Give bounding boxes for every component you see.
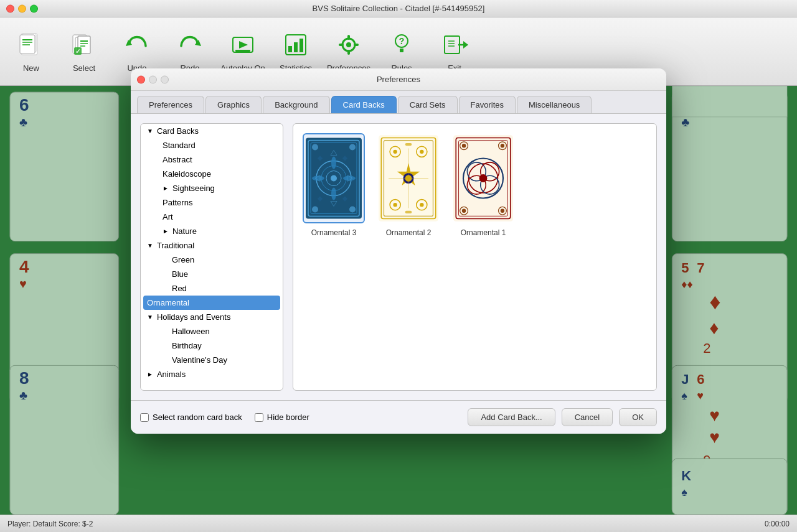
card-thumb-ornamental3[interactable]: [303, 133, 365, 223]
card-item-ornamental2[interactable]: Ornamental 2: [377, 133, 440, 237]
arrow-nature: ►: [163, 228, 169, 235]
tree-item-standard[interactable]: Standard: [141, 138, 283, 152]
tree-item-patterns[interactable]: Patterns: [141, 195, 283, 210]
svg-marker-35: [463, 41, 468, 49]
dialog-minimize-button[interactable]: [149, 75, 157, 83]
random-card-back-checkbox[interactable]: Select random card back: [140, 413, 242, 422]
title-bar: BVS Solitaire Collection - Citadel [#-54…: [0, 0, 797, 17]
tree-label-nature: Nature: [172, 226, 197, 236]
minimize-button[interactable]: [18, 4, 26, 12]
svg-point-120: [479, 174, 488, 182]
svg-rect-23: [299, 39, 303, 52]
rules-icon: ?: [387, 30, 417, 60]
tree-label-sightseeing: Sightseeing: [172, 184, 215, 193]
tree-item-red[interactable]: Red: [141, 281, 283, 296]
svg-text:✓: ✓: [75, 48, 80, 55]
svg-point-106: [420, 203, 423, 207]
add-card-back-button[interactable]: Add Card Back...: [468, 408, 555, 426]
tree-item-art[interactable]: Art: [141, 210, 283, 224]
tree-label-art: Art: [163, 212, 173, 222]
tree-label-standard: Standard: [163, 141, 196, 150]
select-icon: ✓: [69, 30, 99, 60]
tree-item-ornamental[interactable]: Ornamental: [143, 296, 280, 310]
card-label-ornamental3: Ornamental 3: [311, 228, 357, 237]
tree-item-traditional[interactable]: ▼ Traditional: [141, 238, 283, 253]
cancel-button[interactable]: Cancel: [562, 408, 613, 426]
tree-item-green[interactable]: Green: [141, 253, 283, 267]
dialog-title-bar: Preferences: [131, 68, 666, 91]
card-label-ornamental1: Ornamental 1: [461, 228, 506, 237]
svg-point-104: [420, 150, 423, 154]
svg-point-25: [346, 42, 351, 47]
window-title: BVS Solitaire Collection - Citadel [#-54…: [313, 4, 485, 13]
svg-point-76: [331, 175, 337, 182]
svg-point-82: [349, 144, 356, 151]
cards-panel: Ornamental 3: [293, 123, 657, 391]
tree-item-birthday[interactable]: Birthday: [141, 338, 283, 353]
random-card-back-input[interactable]: [140, 413, 149, 422]
tree-item-holidays[interactable]: ▼ Holidays and Events: [141, 310, 283, 324]
maximize-button[interactable]: [30, 4, 38, 12]
hide-border-input[interactable]: [255, 413, 263, 422]
tree-label-green: Green: [172, 255, 194, 264]
close-button[interactable]: [6, 4, 14, 12]
svg-rect-26: [347, 35, 350, 40]
tree-item-nature[interactable]: ► Nature: [141, 224, 283, 238]
svg-rect-109: [405, 143, 412, 146]
tree-item-kaleidoscope[interactable]: Kaleidoscope: [141, 167, 283, 181]
redo-icon: [175, 30, 205, 60]
tab-cardbacks[interactable]: Card Backs: [331, 96, 397, 113]
hide-border-checkbox[interactable]: Hide border: [255, 413, 309, 422]
tree-label-halloween: Halloween: [172, 327, 210, 336]
card-item-ornamental1[interactable]: Ornamental 1: [452, 133, 514, 237]
tree-label-ornamental: Ornamental: [147, 298, 189, 307]
svg-rect-32: [400, 49, 403, 52]
tree-item-halloween[interactable]: Halloween: [141, 324, 283, 338]
svg-point-128: [501, 209, 504, 213]
dialog-footer: Select random card back Hide border Add …: [131, 400, 666, 434]
card-item-ornamental3[interactable]: Ornamental 3: [303, 133, 365, 237]
svg-rect-19: [235, 50, 250, 52]
tree-label-valentines: Valentine's Day: [172, 355, 227, 365]
tree-item-animals[interactable]: ► Animals: [141, 367, 283, 381]
arrow-cardbacks: ▼: [147, 128, 153, 134]
tab-cardsets[interactable]: Card Sets: [398, 96, 458, 113]
hide-border-label: Hide border: [267, 413, 309, 422]
card-thumb-ornamental1[interactable]: [452, 133, 514, 223]
dialog-close-button[interactable]: [137, 75, 145, 83]
card-thumb-ornamental2[interactable]: [377, 133, 440, 223]
arrow-holidays: ▼: [147, 314, 153, 320]
tree-item-abstract[interactable]: Abstract: [141, 152, 283, 167]
dialog-maximize-button[interactable]: [161, 75, 169, 83]
card-label-ornamental2: Ornamental 2: [386, 228, 432, 237]
tab-background[interactable]: Background: [263, 96, 329, 113]
tab-graphics[interactable]: Graphics: [205, 96, 262, 113]
tree-panel[interactable]: ▼ Card Backs Standard Abstract Kaleidosc…: [140, 123, 283, 391]
dialog-tabs: Preferences Graphics Background Card Bac…: [131, 91, 666, 114]
tab-favorites[interactable]: Favorites: [459, 96, 516, 113]
tree-label-animals: Animals: [157, 370, 186, 379]
svg-point-78: [331, 188, 336, 200]
svg-point-77: [331, 157, 336, 169]
tab-miscellaneous[interactable]: Miscellaneous: [517, 96, 592, 113]
tree-label-cardbacks: Card Backs: [157, 126, 199, 136]
statistics-icon: [281, 30, 311, 60]
traffic-lights: [6, 4, 38, 12]
tree-item-valentines[interactable]: Valentine's Day: [141, 353, 283, 367]
dialog-title: Preferences: [377, 75, 420, 84]
dialog-body: ▼ Card Backs Standard Abstract Kaleidosc…: [131, 114, 666, 400]
tree-item-blue[interactable]: Blue: [141, 267, 283, 281]
dialog-traffic-lights: [137, 75, 169, 83]
arrow-sightseeing: ►: [163, 185, 169, 192]
svg-rect-33: [445, 36, 460, 54]
tree-item-sightseeing[interactable]: ► Sightseeing: [141, 181, 283, 195]
undo-icon: [122, 30, 152, 60]
autoplay-icon: [228, 30, 258, 60]
tree-label-patterns: Patterns: [163, 198, 192, 207]
tab-preferences[interactable]: Preferences: [137, 96, 204, 113]
tree-item-cardbacks[interactable]: ▼ Card Backs: [141, 124, 283, 138]
svg-point-125: [462, 144, 466, 147]
svg-rect-22: [294, 42, 298, 52]
ok-button[interactable]: OK: [619, 408, 657, 426]
status-right: 0:00:00: [765, 520, 790, 528]
